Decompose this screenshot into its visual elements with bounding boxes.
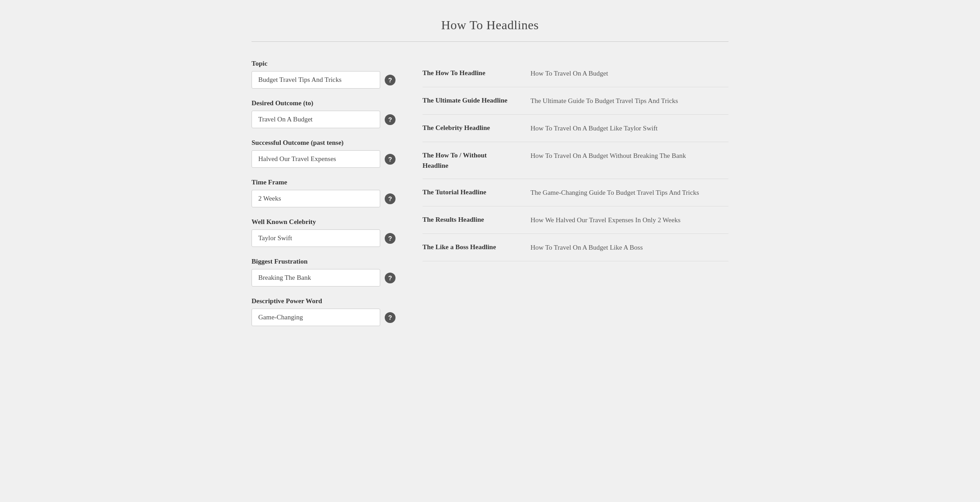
left-panel: Topic?Desired Outcome (to)?Successful Ou… — [252, 60, 396, 337]
help-icon-topic[interactable]: ? — [385, 75, 396, 85]
label-topic: Topic — [252, 60, 396, 67]
headlines-table: The How To HeadlineHow To Travel On A Bu… — [423, 60, 728, 261]
headline-type-2: The Celebrity Headline — [423, 115, 521, 142]
field-row-desired_outcome: ? — [252, 111, 396, 128]
table-row: The Results HeadlineHow We Halved Our Tr… — [423, 206, 728, 234]
headline-value-3: How To Travel On A Budget Without Breaki… — [521, 142, 728, 179]
input-time_frame[interactable] — [252, 190, 380, 207]
help-icon-successful_outcome[interactable]: ? — [385, 154, 396, 165]
headline-type-0: The How To Headline — [423, 60, 521, 87]
table-row: The How To HeadlineHow To Travel On A Bu… — [423, 60, 728, 87]
headline-value-2: How To Travel On A Budget Like Taylor Sw… — [521, 115, 728, 142]
input-frustration[interactable] — [252, 269, 380, 287]
headline-value-0: How To Travel On A Budget — [521, 60, 728, 87]
input-successful_outcome[interactable] — [252, 150, 380, 168]
headline-type-1: The Ultimate Guide Headline — [423, 87, 521, 115]
field-row-power_word: ? — [252, 309, 396, 326]
help-icon-frustration[interactable]: ? — [385, 273, 396, 283]
headline-value-4: The Game-Changing Guide To Budget Travel… — [521, 179, 728, 206]
field-row-celebrity: ? — [252, 229, 396, 247]
help-icon-power_word[interactable]: ? — [385, 312, 396, 323]
field-group-successful_outcome: Successful Outcome (past tense)? — [252, 139, 396, 168]
label-frustration: Biggest Frustration — [252, 258, 396, 265]
label-successful_outcome: Successful Outcome (past tense) — [252, 139, 396, 147]
label-desired_outcome: Desired Outcome (to) — [252, 99, 396, 107]
input-celebrity[interactable] — [252, 229, 380, 247]
field-row-topic: ? — [252, 71, 396, 89]
headline-value-6: How To Travel On A Budget Like A Boss — [521, 234, 728, 261]
help-icon-time_frame[interactable]: ? — [385, 193, 396, 204]
section-divider — [252, 41, 728, 42]
field-row-successful_outcome: ? — [252, 150, 396, 168]
page-container: How To Headlines Topic?Desired Outcome (… — [243, 0, 737, 364]
help-icon-celebrity[interactable]: ? — [385, 233, 396, 244]
right-panel: The How To HeadlineHow To Travel On A Bu… — [423, 60, 728, 261]
field-group-frustration: Biggest Frustration? — [252, 258, 396, 287]
field-group-time_frame: Time Frame? — [252, 179, 396, 207]
headline-value-5: How We Halved Our Travel Expenses In Onl… — [521, 206, 728, 234]
page-title: How To Headlines — [252, 18, 728, 32]
headline-type-6: The Like a Boss Headline — [423, 234, 521, 261]
field-group-celebrity: Well Known Celebrity? — [252, 218, 396, 247]
label-power_word: Descriptive Power Word — [252, 297, 396, 305]
table-row: The Ultimate Guide HeadlineThe Ultimate … — [423, 87, 728, 115]
label-time_frame: Time Frame — [252, 179, 396, 186]
field-row-frustration: ? — [252, 269, 396, 287]
field-group-power_word: Descriptive Power Word? — [252, 297, 396, 326]
headline-type-3: The How To / Without Headline — [423, 142, 521, 179]
table-row: The Like a Boss HeadlineHow To Travel On… — [423, 234, 728, 261]
headline-type-4: The Tutorial Headline — [423, 179, 521, 206]
field-row-time_frame: ? — [252, 190, 396, 207]
table-row: The Celebrity HeadlineHow To Travel On A… — [423, 115, 728, 142]
main-layout: Topic?Desired Outcome (to)?Successful Ou… — [252, 60, 728, 337]
label-celebrity: Well Known Celebrity — [252, 218, 396, 226]
table-row: The How To / Without HeadlineHow To Trav… — [423, 142, 728, 179]
headline-value-1: The Ultimate Guide To Budget Travel Tips… — [521, 87, 728, 115]
input-topic[interactable] — [252, 71, 380, 89]
input-desired_outcome[interactable] — [252, 111, 380, 128]
help-icon-desired_outcome[interactable]: ? — [385, 114, 396, 125]
headline-type-5: The Results Headline — [423, 206, 521, 234]
input-power_word[interactable] — [252, 309, 380, 326]
field-group-topic: Topic? — [252, 60, 396, 89]
table-row: The Tutorial HeadlineThe Game-Changing G… — [423, 179, 728, 206]
field-group-desired_outcome: Desired Outcome (to)? — [252, 99, 396, 128]
